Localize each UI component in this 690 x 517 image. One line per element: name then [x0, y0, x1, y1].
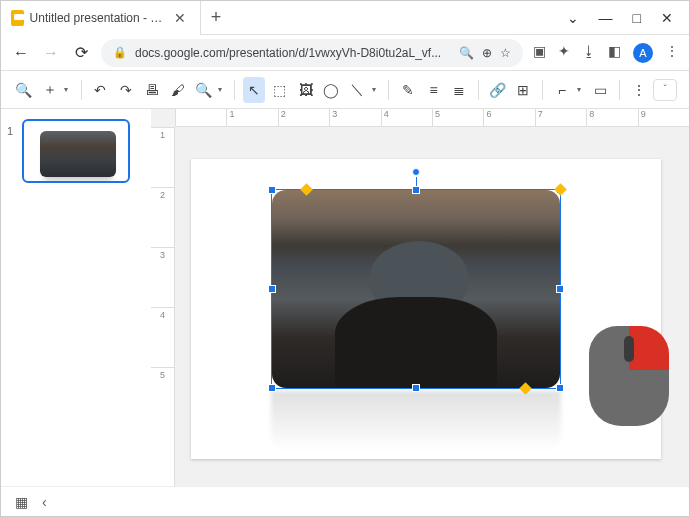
redo-button[interactable]: ↷: [115, 77, 137, 103]
paint-format-button[interactable]: 🖌: [167, 77, 189, 103]
zoom-dropdown[interactable]: ▾: [218, 85, 226, 94]
mask-button[interactable]: ▭: [589, 77, 611, 103]
extensions-icon[interactable]: ✦: [558, 43, 570, 63]
divider: [542, 80, 543, 100]
resize-handle-t[interactable]: [412, 186, 420, 194]
back-button[interactable]: ←: [11, 44, 31, 62]
vertical-ruler: 12345: [151, 127, 175, 486]
new-slide-button[interactable]: ＋: [39, 77, 61, 103]
mouse-indicator: [589, 326, 669, 426]
link-button[interactable]: 🔗: [487, 77, 509, 103]
avatar[interactable]: A: [633, 43, 653, 63]
line-dropdown[interactable]: ▾: [372, 85, 380, 94]
slide-thumbnail-1[interactable]: [22, 119, 130, 183]
resize-handle-b[interactable]: [412, 384, 420, 392]
bookmark-icon[interactable]: ◧: [608, 43, 621, 63]
canvas-area[interactable]: 123456789 12345: [151, 109, 689, 486]
slide-number: 1: [7, 125, 13, 137]
divider: [478, 80, 479, 100]
forward-button[interactable]: →: [41, 44, 61, 62]
rotate-handle[interactable]: [412, 168, 420, 176]
url-text: docs.google.com/presentation/d/1vwxyVh-D…: [135, 46, 451, 60]
crop-button[interactable]: ⌐: [551, 77, 573, 103]
search-tool[interactable]: 🔍: [13, 77, 35, 103]
url-zoom-icon[interactable]: ⊕: [482, 46, 492, 60]
prev-slide-button[interactable]: ‹: [42, 494, 47, 510]
mouse-body: [589, 370, 669, 426]
divider: [234, 80, 235, 100]
divider: [388, 80, 389, 100]
divider: [619, 80, 620, 100]
border-color-button[interactable]: ✎: [397, 77, 419, 103]
textbox-tool[interactable]: ⬚: [269, 77, 291, 103]
resize-handle-br[interactable]: [556, 384, 564, 392]
bottom-bar: ▦ ‹: [1, 486, 689, 516]
image-tool[interactable]: 🖼: [295, 77, 317, 103]
thumbnail-image: [40, 131, 116, 177]
zoom-button[interactable]: 🔍: [192, 77, 214, 103]
mouse-left-button: [589, 326, 629, 370]
new-slide-dropdown[interactable]: ▾: [64, 85, 72, 94]
border-weight-button[interactable]: ≡: [423, 77, 445, 103]
tab-close-icon[interactable]: ✕: [170, 10, 190, 26]
workspace: 1 123456789 12345: [1, 109, 689, 486]
divider: [81, 80, 82, 100]
grid-view-button[interactable]: ▦: [15, 494, 26, 510]
browser-menu-icon[interactable]: ⋮: [665, 43, 679, 63]
image-reflection: [271, 391, 561, 451]
mouse-right-button-highlighted: [629, 326, 669, 370]
browser-tab[interactable]: Untitled presentation - Google S ✕: [1, 1, 201, 35]
title-bar: Untitled presentation - Google S ✕ + ⌄ —…: [1, 1, 689, 35]
comment-button[interactable]: ⊞: [513, 77, 535, 103]
select-tool[interactable]: ↖: [243, 77, 265, 103]
url-search-icon[interactable]: 🔍: [459, 46, 474, 60]
address-bar: ← → ⟳ 🔒 docs.google.com/presentation/d/1…: [1, 35, 689, 71]
shape-tool[interactable]: ◯: [320, 77, 342, 103]
selected-image[interactable]: [271, 189, 561, 389]
resize-handle-l[interactable]: [268, 285, 276, 293]
download-icon[interactable]: ⭳: [582, 43, 596, 63]
close-window-button[interactable]: ✕: [661, 10, 673, 26]
undo-button[interactable]: ↶: [90, 77, 112, 103]
slides-toolbar: 🔍 ＋ ▾ ↶ ↷ 🖶 🖌 🔍 ▾ ↖ ⬚ 🖼 ◯ ＼ ▾ ✎ ≡ ≣ 🔗 ⊞ …: [1, 71, 689, 109]
slide-panel: 1: [1, 109, 151, 486]
print-button[interactable]: 🖶: [141, 77, 163, 103]
crop-dropdown[interactable]: ▾: [577, 85, 585, 94]
new-tab-button[interactable]: +: [201, 7, 231, 28]
url-box[interactable]: 🔒 docs.google.com/presentation/d/1vwxyVh…: [101, 39, 523, 67]
lock-icon: 🔒: [113, 46, 127, 59]
slides-icon: [11, 10, 24, 26]
reload-button[interactable]: ⟳: [71, 43, 91, 62]
more-tools-button[interactable]: ⋮: [628, 77, 650, 103]
resize-handle-r[interactable]: [556, 285, 564, 293]
resize-handle-bl[interactable]: [268, 384, 276, 392]
maximize-button[interactable]: □: [633, 10, 641, 26]
chevron-down-icon[interactable]: ⌄: [567, 10, 579, 26]
border-dash-button[interactable]: ≣: [448, 77, 470, 103]
line-tool[interactable]: ＼: [346, 77, 368, 103]
minimize-button[interactable]: —: [599, 10, 613, 26]
horizontal-ruler: 123456789: [175, 109, 689, 127]
resize-handle-tl[interactable]: [268, 186, 276, 194]
mode-dropdown[interactable]: ˇ: [653, 79, 677, 101]
mouse-wheel: [624, 336, 634, 362]
tab-title: Untitled presentation - Google S: [30, 11, 164, 25]
cast-icon[interactable]: ▣: [533, 43, 546, 63]
photo-content: [272, 190, 560, 388]
star-icon[interactable]: ☆: [500, 46, 511, 60]
